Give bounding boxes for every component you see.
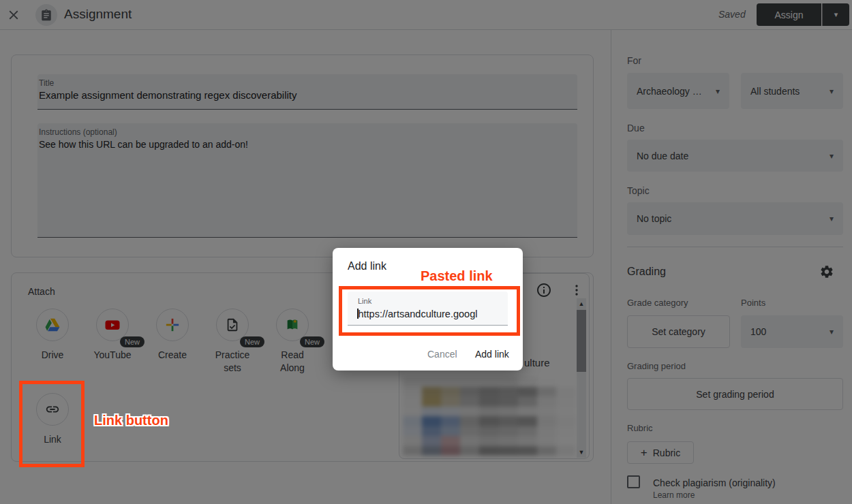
cancel-button[interactable]: Cancel (427, 349, 457, 360)
link-button-highlight-rect (19, 381, 85, 467)
link-button-annotation: Link button (94, 413, 168, 428)
assignment-editor: Assignment Saved Assign ▾ Title Example … (0, 0, 852, 504)
dialog-title: Add link (348, 260, 386, 272)
add-link-button[interactable]: Add link (475, 349, 509, 360)
pasted-link-annotation: Pasted link (421, 268, 493, 284)
pasted-link-highlight-rect (339, 286, 520, 336)
